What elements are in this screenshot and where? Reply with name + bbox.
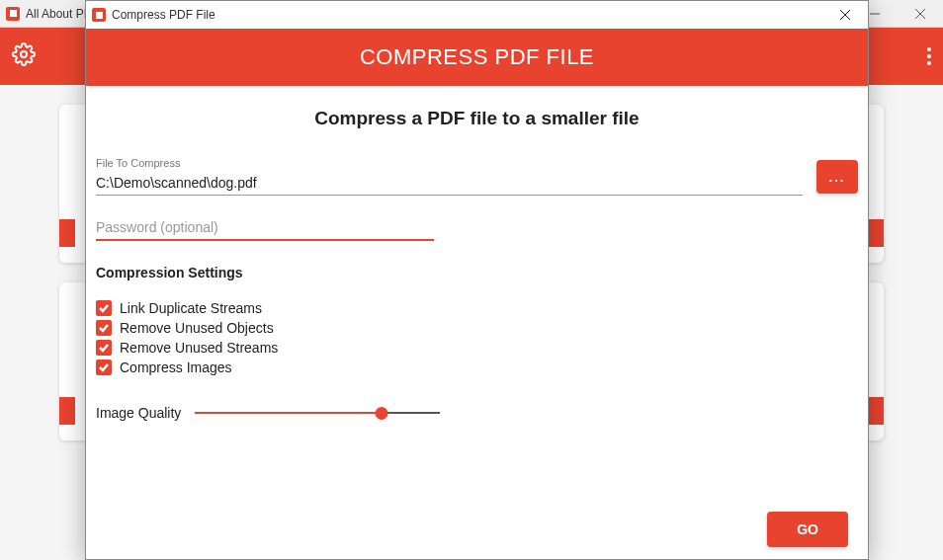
dialog-icon [92, 8, 106, 22]
compress-dialog: Compress PDF File COMPRESS PDF FILE Comp… [85, 0, 869, 560]
checkbox-label: Compress Images [120, 360, 232, 375]
close-button[interactable] [898, 0, 943, 28]
more-icon[interactable] [927, 47, 931, 65]
app-icon [6, 7, 20, 21]
file-input[interactable] [96, 171, 803, 196]
dialog-close-button[interactable] [822, 1, 868, 29]
background-card-btn [59, 397, 75, 425]
background-card-btn [868, 397, 884, 425]
dialog-titlebar: Compress PDF File [86, 1, 868, 29]
background-card-btn [868, 219, 884, 247]
dialog-title: Compress PDF File [112, 8, 215, 22]
background-card-btn [59, 219, 75, 247]
gear-icon[interactable] [12, 42, 36, 70]
image-quality-slider[interactable] [195, 405, 440, 421]
link-duplicate-streams-checkbox[interactable] [96, 300, 112, 316]
slider-thumb[interactable] [375, 407, 387, 420]
dialog-body: Compress a PDF file to a smaller file Fi… [86, 86, 868, 559]
dialog-subtitle: Compress a PDF file to a smaller file [96, 108, 858, 129]
browse-button[interactable]: ... [816, 160, 858, 194]
remove-unused-streams-checkbox[interactable] [96, 340, 112, 356]
checkbox-label: Link Duplicate Streams [120, 300, 262, 316]
compression-settings-title: Compression Settings [96, 265, 858, 280]
remove-unused-objects-checkbox[interactable] [96, 320, 112, 336]
slider-active [195, 412, 381, 414]
file-input-label: File To Compress [96, 157, 803, 169]
dialog-banner: COMPRESS PDF FILE [86, 29, 868, 86]
svg-point-3 [21, 51, 27, 57]
checkbox-label: Remove Unused Streams [120, 340, 278, 356]
compress-images-checkbox[interactable] [96, 360, 112, 375]
image-quality-label: Image Quality [96, 405, 181, 421]
checkbox-label: Remove Unused Objects [120, 320, 274, 336]
checkbox-group: Link Duplicate Streams Remove Unused Obj… [96, 300, 858, 375]
password-input[interactable] [96, 215, 434, 241]
go-button[interactable]: GO [767, 512, 848, 547]
